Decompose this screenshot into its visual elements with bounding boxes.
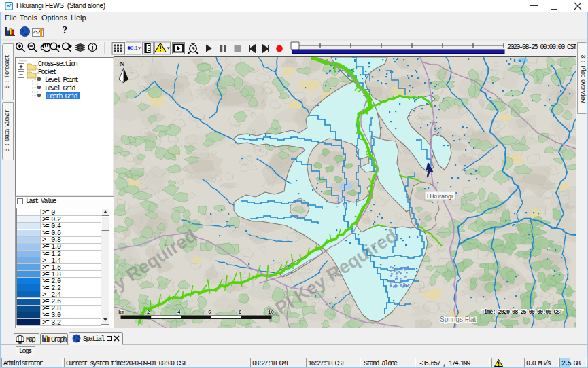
svg-text:6: 6: [208, 310, 211, 315]
svg-text:4: 4: [177, 310, 181, 315]
svg-text:2: 2: [147, 310, 150, 315]
svg-text:Hikurangi: Hikurangi: [427, 193, 453, 200]
svg-text:8: 8: [239, 310, 242, 315]
svg-text:10: 10: [268, 310, 275, 315]
svg-text:Springs Flat: Springs Flat: [440, 316, 477, 323]
svg-text:km: km: [118, 310, 125, 315]
svg-text:Time: 2020-08-25 00:00:00 CST: Time: 2020-08-25 00:00:00 CST: [481, 309, 563, 316]
svg-text:N: N: [120, 60, 124, 67]
svg-text:0.1: 0.1: [131, 45, 137, 51]
